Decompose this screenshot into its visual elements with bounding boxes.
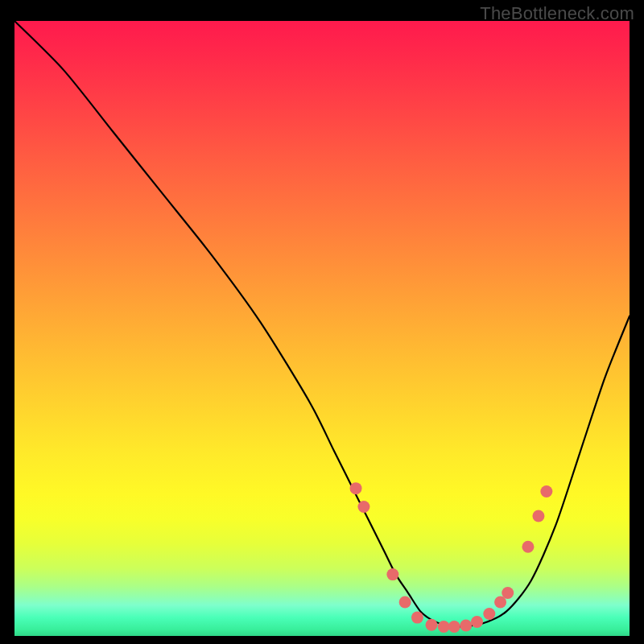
highlight-point — [471, 616, 483, 628]
watermark-text: TheBottleneck.com — [480, 3, 634, 24]
highlight-point — [386, 568, 398, 580]
highlight-point — [460, 620, 472, 632]
curve-svg — [14, 21, 630, 636]
highlight-point — [411, 612, 423, 624]
highlight-point — [357, 501, 369, 513]
plot-area — [14, 21, 630, 636]
highlight-point — [448, 621, 460, 633]
highlight-points — [350, 482, 553, 633]
highlight-point — [350, 482, 362, 494]
highlight-point — [425, 619, 437, 631]
highlight-point — [399, 596, 411, 608]
highlight-point — [438, 621, 450, 633]
highlight-point — [532, 510, 544, 522]
highlight-point — [522, 541, 534, 553]
highlight-point — [483, 608, 495, 620]
highlight-point — [540, 485, 552, 497]
highlight-point — [502, 587, 514, 599]
bottleneck-curve — [14, 21, 630, 627]
